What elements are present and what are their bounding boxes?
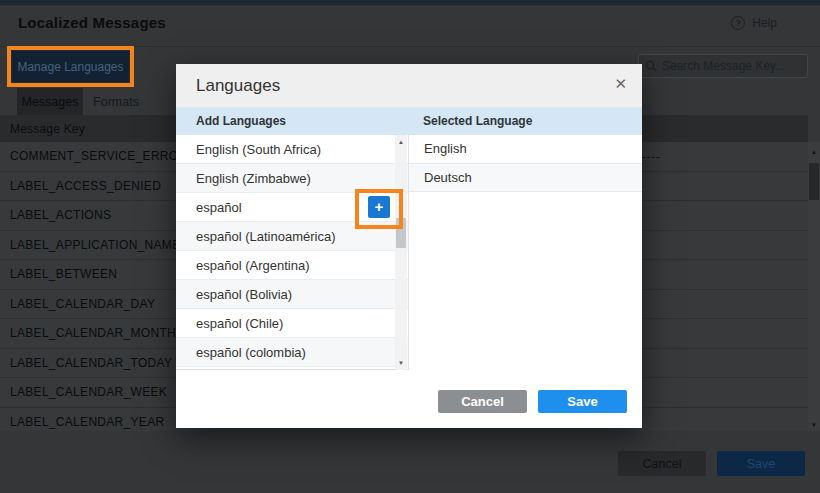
list-item[interactable]: English	[409, 135, 642, 164]
list-item[interactable]: español (Bolivia)	[176, 280, 408, 309]
message-key-cell: LABEL_CALENDAR_TODAY	[10, 356, 172, 370]
browser-top-strip	[0, 0, 820, 5]
help-icon: ?	[731, 16, 745, 30]
add-languages-header: Add Languages	[176, 107, 408, 135]
scroll-up-icon[interactable]: ▲	[395, 139, 407, 145]
modal-title: Languages	[196, 76, 280, 96]
language-label: English (South Africa)	[196, 142, 321, 157]
language-label: English (Zimbabwe)	[196, 171, 311, 186]
selected-languages-list: English Deutsch	[408, 135, 642, 370]
scroll-up-icon[interactable]: ▲	[808, 149, 820, 155]
scroll-down-icon[interactable]: ▼	[395, 360, 407, 366]
message-key-cell: LABEL_BETWEEN	[10, 267, 117, 281]
list-item[interactable]: español (Chile)	[176, 309, 408, 338]
modal-body: English (South Africa) English (Zimbabwe…	[176, 135, 642, 371]
search-input[interactable]	[662, 59, 801, 73]
scroll-down-icon[interactable]: ▼	[808, 422, 820, 428]
list-item[interactable]: Deutsch	[409, 164, 642, 193]
language-label: español	[196, 200, 242, 215]
modal-save-button[interactable]: Save	[538, 390, 627, 413]
page-cancel-button[interactable]: Cancel	[618, 451, 706, 476]
language-label: español (Argentina)	[196, 258, 309, 273]
language-label: español (Bolivia)	[196, 287, 292, 302]
language-label: English	[424, 141, 467, 156]
table-scrollbar[interactable]: ▲ ▼	[808, 142, 820, 431]
message-key-cell: LABEL_CALENDAR_DAY	[10, 297, 155, 311]
modal-header: Languages ✕	[176, 64, 642, 107]
list-item[interactable]: español (colombia)	[176, 338, 408, 367]
message-key-cell: LABEL_CALENDAR_WEEK	[10, 385, 167, 399]
list-item-espanol[interactable]: español +	[176, 193, 408, 222]
manage-languages-highlight-box: Manage Languages	[7, 46, 134, 87]
message-key-cell: LABEL_APPLICATION_NAME	[10, 238, 180, 252]
modal-column-headers: Add Languages Selected Language	[176, 107, 642, 135]
tab-messages[interactable]: Messages	[17, 88, 83, 115]
page-save-button[interactable]: Save	[717, 451, 805, 476]
message-key-cell: LABEL_CALENDAR_YEAR	[10, 415, 164, 429]
search-icon	[645, 60, 657, 72]
list-item[interactable]: English (South Africa)	[176, 135, 408, 164]
close-icon[interactable]: ✕	[614, 76, 627, 91]
list-item[interactable]: español (Argentina)	[176, 251, 408, 280]
add-languages-scrollbar[interactable]: ▲ ▼	[395, 135, 407, 370]
help-link[interactable]: ? Help	[731, 16, 777, 30]
search-box[interactable]	[638, 54, 808, 78]
tab-formats[interactable]: Formats	[83, 88, 149, 115]
language-label: español (Chile)	[196, 316, 283, 331]
add-button-highlight-box	[355, 189, 403, 229]
modal-cancel-button[interactable]: Cancel	[438, 390, 527, 413]
language-label: español (colombia)	[196, 345, 306, 360]
message-key-cell: LABEL_ACCESS_DENIED	[10, 179, 161, 193]
languages-modal: Languages ✕ Add Languages Selected Langu…	[176, 64, 642, 428]
add-languages-list: English (South Africa) English (Zimbabwe…	[176, 135, 408, 370]
scrollbar-thumb[interactable]	[809, 163, 819, 200]
page-title: Localized Messages	[18, 14, 166, 31]
message-key-cell: LABEL_ACTIONS	[10, 208, 111, 222]
language-label: Deutsch	[424, 170, 472, 185]
language-label: español (Latinoamérica)	[196, 229, 335, 244]
message-key-cell: LABEL_CALENDAR_MONTH	[10, 326, 176, 340]
help-label: Help	[752, 16, 777, 30]
manage-languages-button[interactable]: Manage Languages	[11, 50, 130, 83]
selected-language-header: Selected Language	[408, 107, 642, 135]
